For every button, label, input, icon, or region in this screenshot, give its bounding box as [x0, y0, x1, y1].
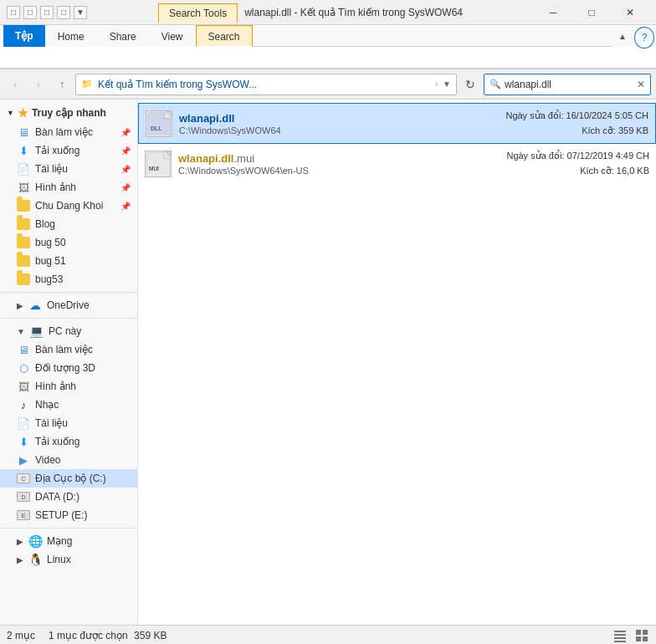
address-bar: ‹ › ↑ 📁 Kết quả Tìm kiếm trong SysWOW...… — [0, 69, 656, 100]
file-date-2: Ngày sửa đổi: 07/12/2019 4:49 CH — [506, 149, 649, 164]
onedrive-icon: ☁ — [28, 299, 42, 312]
title-icon-5: ▼ — [74, 6, 87, 19]
sidebar-item-onedrive-label: OneDrive — [47, 299, 90, 311]
svg-rect-14 — [636, 636, 641, 641]
pc-expand-icon: ▼ — [17, 327, 25, 336]
drive-d-icon: D — [17, 490, 30, 503]
sidebar-item-music[interactable]: ♪ Nhạc — [0, 396, 137, 414]
sidebar-item-chu-dang-khoi[interactable]: Chu Dang Khoi 📌 — [0, 197, 137, 215]
sidebar-item-blog[interactable]: Blog — [0, 215, 137, 233]
quick-access-expand-icon: ▼ — [7, 109, 14, 117]
sidebar-item-pc[interactable]: ▼ 💻 PC này — [0, 322, 137, 340]
table-row[interactable]: DLL wlanapi.dll C:\Windows\SysWOW64 Ngày… — [138, 103, 656, 144]
file-name-1: wlanapi.dll — [179, 112, 499, 125]
sidebar-item-3d[interactable]: ⬡ Đối tượng 3D — [0, 359, 137, 377]
back-button[interactable]: ‹ — [5, 74, 25, 95]
refresh-button[interactable]: ↻ — [460, 74, 480, 95]
close-button[interactable]: ✕ — [611, 0, 649, 25]
tiles-view-button[interactable] — [634, 628, 649, 643]
desktop-icon: 🖥 — [17, 125, 30, 139]
linux-expand-icon: ▶ — [17, 555, 23, 565]
file-info-2: wlanapi.dll.mui C:\Windows\SysWOW64\en-U… — [178, 152, 500, 176]
details-view-button[interactable] — [612, 628, 628, 643]
up-button[interactable]: ↑ — [52, 74, 72, 95]
sidebar-item-drive-e-label: SETUP (E:) — [35, 509, 87, 521]
sidebar-item-linux[interactable]: ▶ 🐧 Linux — [0, 550, 137, 569]
folder-icon-5 — [17, 273, 30, 286]
file-name-highlight-1: wlanapi.dll — [179, 112, 234, 125]
linux-icon: 🐧 — [28, 553, 42, 566]
onedrive-section: ▶ ☁ OneDrive — [0, 296, 137, 314]
dll-file-icon-2: MUI — [145, 151, 172, 177]
sidebar-item-network[interactable]: ▶ 🌐 Mạng — [0, 532, 137, 550]
title-bar-text: Search Tools wlanapi.dll - Kết quả Tìm k… — [87, 3, 534, 22]
search-input[interactable] — [505, 79, 633, 90]
file-name-highlight-2: wlanapi.dll — [178, 152, 233, 165]
sidebar-item-video[interactable]: ▶ Video — [0, 451, 137, 469]
minimize-button[interactable]: ─ — [534, 0, 572, 25]
ribbon-tabs: Tệp Home Share View Search ▲ ? — [0, 25, 656, 47]
sidebar-item-docs[interactable]: 📄 Tài liệu 📌 — [0, 160, 137, 178]
forward-button[interactable]: › — [28, 74, 49, 95]
pc-section: ▼ 💻 PC này 🖥 Bàn làm việc ⬡ Đối tượng 3D… — [0, 322, 137, 524]
tab-search[interactable]: Search — [196, 25, 253, 47]
address-dropdown-arrow[interactable]: ▼ — [443, 79, 451, 89]
sidebar-item-video-label: Video — [35, 454, 60, 466]
tab-view[interactable]: View — [149, 25, 196, 47]
sidebar-item-bug50[interactable]: bug 50 — [0, 233, 137, 252]
sidebar-item-downloads[interactable]: ⬇ Tải xuống 📌 — [0, 141, 137, 160]
sidebar-item-pc-desktop[interactable]: 🖥 Bàn làm việc — [0, 340, 137, 359]
file-size-value-1: 359 KB — [618, 125, 648, 135]
breadcrumb[interactable]: Kết quả Tìm kiếm trong SysWOW... — [98, 79, 257, 90]
tab-file[interactable]: Tệp — [3, 25, 45, 47]
window-controls: ─ □ ✕ — [534, 0, 649, 25]
video-icon: ▶ — [17, 453, 30, 467]
file-date-label-1: Ngày sửa đổi: — [505, 110, 563, 120]
tab-share[interactable]: Share — [97, 25, 149, 47]
dll-file-icon-1: DLL — [146, 110, 172, 137]
network-expand-icon: ▶ — [17, 537, 23, 546]
svg-text:DLL: DLL — [151, 125, 162, 131]
sidebar-item-desktop[interactable]: 🖥 Bàn làm việc 📌 — [0, 123, 137, 141]
maximize-button[interactable]: □ — [572, 0, 611, 25]
address-box[interactable]: 📁 Kết quả Tìm kiếm trong SysWOW... › ▼ — [75, 74, 457, 95]
sidebar-item-pc-downloads[interactable]: ⬇ Tải xuống — [0, 432, 137, 451]
pictures-icon: 🖼 — [17, 181, 30, 194]
file-area: DLL wlanapi.dll C:\Windows\SysWOW64 Ngày… — [138, 100, 656, 625]
sidebar-item-drive-d[interactable]: D DATA (D:) — [0, 488, 137, 506]
music-icon: ♪ — [17, 398, 30, 411]
sidebar-item-downloads-label: Tải xuống — [35, 145, 79, 156]
sidebar-item-chu-dang-khoi-label: Chu Dang Khoi — [35, 200, 103, 212]
file-path-1: C:\Windows\SysWOW64 — [179, 125, 499, 135]
sidebar-item-pc-pictures-label: Hình ảnh — [35, 381, 76, 392]
network-icon: 🌐 — [28, 534, 42, 548]
file-meta-1: Ngày sửa đổi: 16/10/2024 5:05 CH Kích cỡ… — [505, 109, 648, 138]
tab-home[interactable]: Home — [45, 25, 97, 47]
sidebar-item-bug53[interactable]: bug53 — [0, 270, 137, 289]
svg-rect-13 — [643, 630, 648, 635]
help-button[interactable]: ? — [634, 27, 654, 49]
sidebar-item-onedrive[interactable]: ▶ ☁ OneDrive — [0, 296, 137, 314]
sidebar-item-bug51-label: bug 51 — [35, 255, 66, 267]
search-tools-ribbon-tab[interactable]: Search Tools — [158, 3, 238, 23]
sidebar-item-music-label: Nhạc — [35, 399, 59, 411]
sidebar-item-drive-c[interactable]: C Địa Cục bộ (C:) — [0, 469, 137, 488]
sidebar-item-drive-e[interactable]: E SETUP (E:) — [0, 506, 137, 524]
sidebar-item-pictures[interactable]: 🖼 Hình ảnh 📌 — [0, 178, 137, 197]
svg-marker-1 — [148, 113, 170, 135]
search-clear-button[interactable]: ✕ — [637, 79, 645, 90]
svg-marker-6 — [163, 153, 169, 159]
status-selected-text: 1 mục được chọn — [49, 630, 128, 641]
title-bar-icons: □ □ □ □ ▼ — [7, 6, 87, 19]
breadcrumb-arrow[interactable]: › — [435, 79, 438, 89]
sidebar-item-bug51[interactable]: bug 51 — [0, 252, 137, 270]
file-meta-2: Ngày sửa đổi: 07/12/2019 4:49 CH Kích cỡ… — [506, 149, 649, 178]
table-row[interactable]: MUI wlanapi.dll.mui C:\Windows\SysWOW64\… — [138, 144, 656, 183]
quick-access-header[interactable]: ▼ ★ Truy cập nhanh — [0, 103, 137, 123]
ribbon-collapse-btn[interactable]: ▲ — [612, 25, 633, 47]
sidebar-item-pc-docs[interactable]: 📄 Tài liệu — [0, 414, 137, 432]
sidebar-item-pc-pictures[interactable]: 🖼 Hình ảnh — [0, 377, 137, 396]
search-box[interactable]: 🔍 ✕ — [484, 74, 651, 95]
title-bar: □ □ □ □ ▼ Search Tools wlanapi.dll - Kết… — [0, 0, 656, 25]
title-icon-2: □ — [23, 6, 37, 19]
